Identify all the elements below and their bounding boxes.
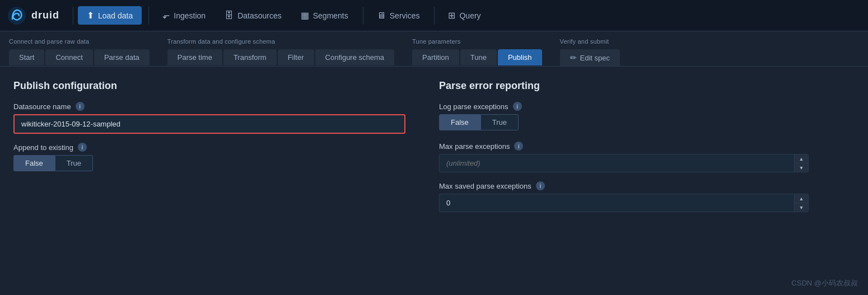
max-saved-info-icon[interactable]: i [536, 181, 545, 190]
services-icon: 🖥 [377, 11, 386, 21]
step-group-4: Verify and submit ✏ Edit spec [560, 38, 620, 66]
step-tabs-2: Parse time Transform Filter Configure sc… [167, 49, 394, 65]
tab-filter[interactable]: Filter [278, 49, 314, 65]
max-parse-decrement[interactable]: ▼ [795, 163, 808, 172]
log-parse-toggle: False True [439, 114, 855, 130]
tab-tune[interactable]: Tune [460, 49, 497, 65]
max-parse-input[interactable] [439, 154, 794, 172]
query-label: Query [459, 11, 480, 20]
parse-error-title: Parse error reporting [439, 80, 855, 92]
druid-logo-icon [7, 6, 27, 26]
max-saved-spinner: ▲ ▼ [794, 194, 809, 212]
left-panel: Publish configuration Datasource name i … [13, 80, 417, 221]
datasource-name-input[interactable] [13, 114, 405, 134]
stepbar: Connect and parse raw data Start Connect… [0, 31, 868, 67]
step-group-2: Transform data and configure schema Pars… [167, 38, 394, 65]
tab-parse-data[interactable]: Parse data [94, 49, 150, 65]
append-false-button[interactable]: False [13, 155, 55, 171]
max-parse-input-row: ▲ ▼ [439, 154, 809, 172]
append-existing-info-icon[interactable]: i [78, 143, 87, 152]
ingestion-label: Ingestion [174, 11, 206, 20]
watermark: CSDN @小码农叔叔 [791, 278, 858, 288]
tab-parse-time[interactable]: Parse time [167, 49, 222, 65]
max-parse-info-icon[interactable]: i [514, 142, 523, 151]
tab-configure-schema[interactable]: Configure schema [315, 49, 395, 65]
step-tabs-3: Partition Tune Publish [412, 49, 542, 65]
query-link[interactable]: ⊞ Query [439, 6, 489, 25]
max-saved-input-row: ▲ ▼ [439, 194, 809, 212]
edit-spec-icon: ✏ [570, 53, 577, 62]
tab-start[interactable]: Start [9, 49, 44, 65]
load-data-label: Load data [98, 11, 133, 20]
max-parse-label: Max parse exceptions [439, 142, 510, 151]
max-parse-spinner: ▲ ▼ [794, 154, 809, 172]
edit-spec-label: Edit spec [580, 54, 610, 62]
append-existing-label: Append to existing [13, 143, 73, 152]
step-group-1-label: Connect and parse raw data [9, 38, 150, 46]
step-group-2-label: Transform data and configure schema [167, 38, 394, 46]
log-parse-info-icon[interactable]: i [513, 102, 522, 111]
datasources-link[interactable]: 🗄 Datasources [216, 7, 291, 25]
max-saved-increment[interactable]: ▲ [795, 194, 808, 203]
topnav: druid ⬆ Load data ⬐ Ingestion 🗄 Datasour… [0, 0, 868, 31]
tab-transform[interactable]: Transform [223, 49, 277, 65]
tab-publish[interactable]: Publish [498, 49, 542, 65]
nav-divider-3 [363, 7, 363, 25]
max-saved-input[interactable] [439, 194, 794, 212]
append-true-button[interactable]: True [55, 155, 93, 171]
datasource-name-info-icon[interactable]: i [76, 102, 85, 111]
load-data-icon: ⬆ [87, 10, 94, 21]
publish-config-title: Publish configuration [13, 80, 417, 92]
log-parse-label: Log parse exceptions [439, 102, 508, 111]
max-parse-row: Max parse exceptions i [439, 142, 855, 151]
stepbar-groups: Connect and parse raw data Start Connect… [9, 38, 859, 66]
max-parse-increment[interactable]: ▲ [795, 154, 808, 163]
log-parse-false-button[interactable]: False [439, 114, 480, 130]
datasource-name-label: Datasource name [13, 102, 71, 111]
ingestion-icon: ⬐ [162, 10, 170, 21]
right-panel: Parse error reporting Log parse exceptio… [439, 80, 855, 221]
services-link[interactable]: 🖥 Services [368, 7, 429, 25]
segments-icon: ▦ [301, 10, 309, 21]
query-icon: ⊞ [448, 10, 455, 21]
max-saved-label: Max saved parse exceptions [439, 182, 531, 190]
step-group-3: Tune parameters Partition Tune Publish [412, 38, 542, 65]
tab-edit-spec[interactable]: ✏ Edit spec [560, 49, 620, 66]
log-parse-row: Log parse exceptions i [439, 102, 855, 111]
services-label: Services [390, 11, 420, 20]
datasources-icon: 🗄 [225, 11, 234, 21]
max-saved-row: Max saved parse exceptions i [439, 181, 855, 190]
max-saved-decrement[interactable]: ▼ [795, 203, 808, 212]
ingestion-link[interactable]: ⬐ Ingestion [153, 6, 214, 25]
tab-partition[interactable]: Partition [412, 49, 459, 65]
logo-text: druid [31, 10, 59, 21]
segments-link[interactable]: ▦ Segments [292, 6, 357, 25]
step-group-1: Connect and parse raw data Start Connect… [9, 38, 150, 65]
datasource-name-row: Datasource name i [13, 102, 417, 111]
nav-divider-2 [148, 7, 149, 25]
step-tabs-4: ✏ Edit spec [560, 49, 620, 66]
nav-divider-4 [434, 7, 435, 25]
step-group-3-label: Tune parameters [412, 38, 542, 46]
tab-connect[interactable]: Connect [45, 49, 92, 65]
datasources-label: Datasources [237, 11, 282, 20]
logo-area: druid [7, 6, 59, 26]
segments-label: Segments [313, 11, 348, 20]
append-existing-toggle: False True [13, 155, 417, 171]
main-content: Publish configuration Datasource name i … [0, 67, 868, 221]
step-tabs-1: Start Connect Parse data [9, 49, 150, 65]
step-group-4-label: Verify and submit [560, 38, 620, 46]
nav-divider-1 [73, 7, 73, 25]
log-parse-true-button[interactable]: True [480, 114, 519, 130]
append-existing-row: Append to existing i [13, 143, 417, 152]
load-data-button[interactable]: ⬆ Load data [78, 6, 142, 25]
